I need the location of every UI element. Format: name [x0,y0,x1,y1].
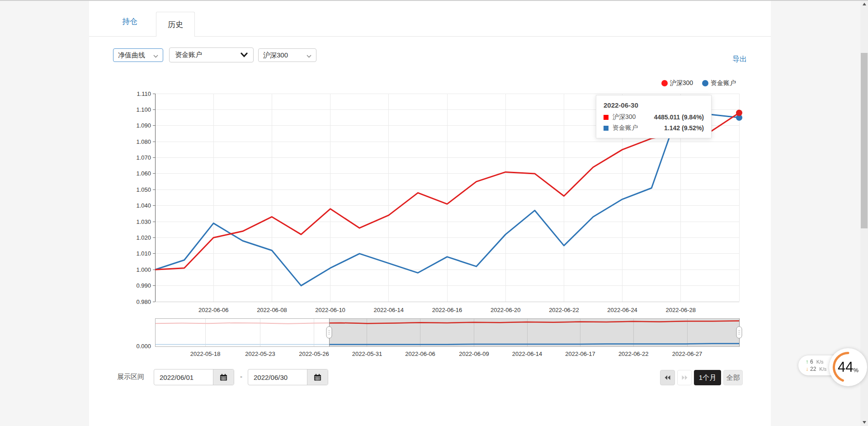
tooltip-row-hs300: 沪深300 4485.011 (9.84%) [604,113,704,121]
slider-x-axis-label: 2022-06-06 [405,350,435,357]
tooltip-date: 2022-06-30 [604,101,704,109]
step-back-button[interactable] [660,370,675,385]
progress-percent-widget[interactable]: 44 % [829,348,867,386]
legend-item-hs300[interactable]: 沪深300 [661,79,693,87]
slider-x-axis-label: 2022-05-18 [190,350,221,357]
curve-type-value: 净值曲线 [118,51,145,60]
chevron-down-icon [307,52,311,59]
download-arrow-icon: ↓ [806,366,808,372]
series-end-dot-沪深300 [736,109,742,116]
curve-type-select[interactable]: 净值曲线 [113,48,163,62]
tab-history[interactable]: 历史 [156,12,195,37]
all-range-button[interactable]: 全部 [723,370,743,385]
percent-sign: % [853,367,859,374]
x-axis-label: 2022-06-22 [549,307,579,313]
benchmark-select-value: 沪深300 [263,51,288,60]
datazoom-slider[interactable]: 0.0002022-05-182022-05-232022-05-262022-… [125,317,749,360]
slider-x-axis-label: 2022-05-31 [352,350,382,357]
y-axis-label: 1.070 [136,154,151,161]
tooltip-series-value: 4485.011 (9.84%) [654,114,704,121]
x-axis-label: 2022-06-10 [315,307,345,313]
account-select-value: 资金账户 [175,51,202,59]
chart-legend: 沪深300 资金账户 [661,79,736,87]
calendar-icon [220,374,227,381]
slider-x-axis-label: 2022-06-17 [565,350,595,357]
slider-x-axis-label: 2022-06-22 [618,350,649,357]
end-date-value: 2022/06/30 [248,369,307,385]
start-date-value: 2022/06/01 [154,369,213,385]
y-axis-label: 1.020 [136,234,151,241]
upload-speed-unit: K/s [816,359,824,364]
upload-arrow-icon: ↑ [806,359,808,365]
display-range-label: 展示区间 [117,373,144,381]
x-axis-label: 2022-06-08 [257,307,287,313]
export-button[interactable]: 导出 [732,55,747,64]
legend-item-account[interactable]: 资金账户 [702,79,736,87]
page-top-border [0,0,868,1]
progress-percent-text: 44 % [829,348,867,386]
percent-value: 44 [838,359,853,375]
tab-holdings[interactable]: 持仓 [114,16,146,27]
benchmark-select[interactable]: 沪深300 [258,48,316,62]
one-month-button[interactable]: 1个月 [694,370,721,385]
x-axis-label: 2022-06-16 [432,307,462,313]
account-select[interactable]: 资金账户 [169,47,254,62]
slider-x-axis-label: 2022-05-23 [245,350,275,357]
series-marker-hs300 [604,115,609,120]
slider-x-axis-label: 2022-06-09 [459,350,489,357]
slider-y-axis-label: 0.000 [136,343,151,350]
double-right-icon [681,375,688,380]
step-forward-button[interactable] [677,370,692,385]
end-date-input[interactable]: 2022/06/30 [248,369,328,385]
end-date-calendar-button[interactable] [307,369,328,385]
tooltip-series-name: 资金账户 [613,124,638,132]
chevron-down-icon [241,51,248,59]
x-axis-label: 2022-06-20 [491,307,521,313]
upload-speed-value: 6 [810,359,813,365]
y-axis-label: 0.990 [136,282,151,289]
slider-x-axis-label: 2022-05-26 [299,350,329,357]
download-speed-unit: K/s [819,366,826,372]
y-axis-label: 0.980 [136,298,151,305]
x-axis-label: 2022-06-24 [607,307,637,313]
y-axis-label: 1.040 [136,202,151,209]
double-left-icon [664,375,671,380]
start-date-input[interactable]: 2022/06/01 [154,369,234,385]
y-axis-label: 1.090 [136,122,151,129]
slider-x-axis-label: 2022-06-14 [512,350,542,357]
y-axis-label: 1.060 [136,170,151,177]
legend-label: 沪深300 [670,79,693,87]
tooltip-series-name: 沪深300 [613,113,636,121]
y-axis-label: 1.080 [136,138,151,145]
x-axis-label: 2022-06-14 [374,307,404,313]
y-axis-label: 1.000 [136,266,151,273]
download-speed-value: 22 [810,366,816,372]
scrollbar-down-arrow[interactable] [860,418,868,426]
slider-x-axis-label: 2022-06-27 [672,350,703,357]
y-axis-label: 1.010 [136,250,151,257]
y-axis-label: 1.030 [136,218,151,225]
tooltip-row-account: 资金账户 1.142 (9.52%) [604,124,704,132]
y-axis-label: 1.100 [136,106,151,113]
scrollbar-thumb[interactable] [861,53,868,228]
chevron-down-icon [153,52,158,59]
x-axis-label: 2022-06-28 [666,307,696,313]
legend-dot-blue [702,80,708,86]
date-range-separator: - [240,373,242,380]
x-axis-label: 2022-06-06 [198,307,229,313]
legend-dot-red [661,80,668,86]
y-axis-label: 1.110 [137,90,151,97]
scrollbar-up-arrow[interactable] [860,0,868,8]
start-date-calendar-button[interactable] [213,369,234,385]
tooltip-series-value: 1.142 (9.52%) [664,124,704,132]
y-axis-label: 1.050 [136,186,151,193]
legend-label: 资金账户 [711,79,736,87]
series-marker-account [604,126,609,131]
calendar-icon [314,374,321,381]
content-card: 持仓 历史 净值曲线 资金账户 沪深300 导出 沪深300 资金账户 0.98… [89,0,771,426]
chart-tooltip: 2022-06-30 沪深300 4485.011 (9.84%) 资金账户 1… [596,95,712,138]
